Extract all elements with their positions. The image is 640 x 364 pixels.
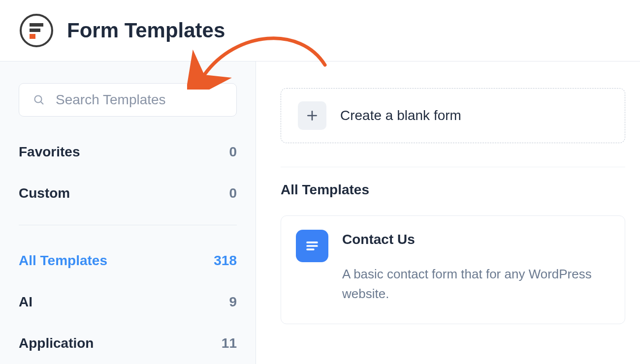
sidebar-item-label: Favorites [19, 144, 80, 160]
sidebar-item-label: Custom [19, 185, 70, 201]
sidebar-item-count: 9 [229, 294, 237, 310]
section-title: All Templates [281, 182, 625, 198]
sidebar-item-ai[interactable]: AI 9 [19, 281, 237, 323]
create-blank-form-button[interactable]: Create a blank form [281, 88, 625, 143]
sidebar-item-count: 0 [229, 185, 237, 201]
sidebar-item-all-templates[interactable]: All Templates 318 [19, 240, 237, 281]
template-card-contact-us[interactable]: Contact Us A basic contact form that for… [281, 215, 625, 324]
template-title: Contact Us [342, 232, 610, 247]
sidebar-item-application[interactable]: Application 11 [19, 323, 237, 364]
sidebar: Favorites 0 Custom 0 All Templates 318 A… [0, 61, 256, 364]
main-content: Create a blank form All Templates Contac… [256, 61, 640, 364]
sidebar-item-count: 11 [222, 335, 237, 351]
sidebar-divider [19, 225, 237, 225]
sidebar-item-label: AI [19, 294, 32, 310]
create-blank-form-label: Create a blank form [340, 108, 461, 123]
sidebar-item-count: 318 [214, 253, 237, 269]
page-title: Form Templates [67, 19, 225, 42]
search-icon [33, 94, 45, 106]
plus-icon [298, 101, 326, 130]
svg-point-0 [35, 96, 42, 103]
sidebar-item-label: Application [19, 335, 94, 351]
header: Form Templates [0, 0, 640, 61]
svg-line-1 [41, 102, 43, 104]
form-icon [296, 230, 328, 262]
template-description: A basic contact form that for any WordPr… [342, 264, 610, 304]
sidebar-item-favorites[interactable]: Favorites 0 [19, 131, 237, 173]
sidebar-item-custom[interactable]: Custom 0 [19, 173, 237, 214]
sidebar-item-label: All Templates [19, 253, 107, 269]
app-logo [20, 14, 53, 47]
main-divider [281, 167, 625, 167]
search-input[interactable] [55, 91, 223, 108]
search-box[interactable] [19, 83, 237, 117]
sidebar-item-count: 0 [229, 144, 237, 160]
